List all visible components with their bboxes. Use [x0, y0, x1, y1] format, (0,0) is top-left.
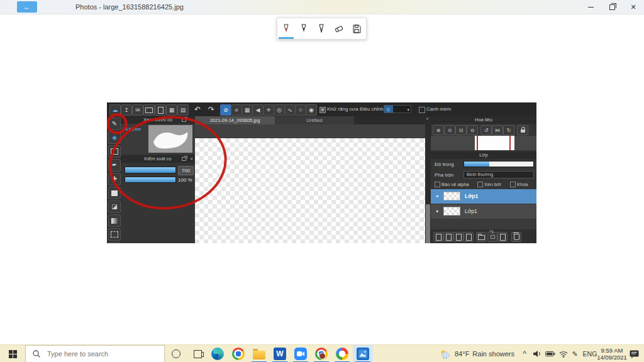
- panel-popout-icon: [182, 118, 186, 122]
- pencil-tool[interactable]: [295, 18, 313, 39]
- window-title: Photos - large_1631588216425.jpg: [75, 0, 184, 14]
- antialias-label: Khử răng cưa: [327, 102, 358, 116]
- date-label: 14/09/2021: [597, 354, 627, 361]
- taskbar-app-edge[interactable]: [208, 345, 228, 362]
- task-view-button[interactable]: [187, 345, 208, 362]
- search-icon: [32, 349, 41, 358]
- antialias-checkbox: ✕: [319, 107, 326, 113]
- snap-concentric-icon: ◎: [274, 104, 285, 116]
- close-button[interactable]: ✕: [623, 0, 644, 14]
- photos-app-icon: [357, 348, 369, 360]
- document-icon: [155, 104, 166, 116]
- layer-opacity-fill: [464, 162, 489, 167]
- battery-button[interactable]: [545, 345, 556, 362]
- snap-symmetry-icon: ◉: [306, 104, 317, 116]
- draw-toolbar: ∨: [277, 18, 367, 40]
- brush-size-slider: [125, 167, 176, 173]
- navigator-thumbnail: [475, 136, 514, 150]
- snap-parallel-icon: ≡: [231, 104, 242, 116]
- brush-control-header: Kiểm soát cọ ✕: [121, 155, 195, 163]
- taskbar-app-chrome[interactable]: [228, 345, 248, 362]
- colorful-ring-icon: [336, 348, 348, 360]
- pen-settings-button[interactable]: ✎: [570, 345, 580, 362]
- soft-edge-label: Cạnh mềm: [426, 102, 451, 116]
- scroll-up-icon: ▲: [426, 116, 429, 120]
- brush-stroke-preview: [148, 125, 192, 153]
- back-button[interactable]: ←: [17, 1, 37, 13]
- canvas-scrollbar: ▲: [425, 116, 431, 243]
- brush-size-readout: 14.61mm: [123, 127, 141, 131]
- taskbar-app-photos[interactable]: [353, 345, 373, 362]
- pen-icon: ✎: [572, 350, 577, 358]
- panel-close-icon: ✕: [190, 116, 193, 124]
- search-input[interactable]: [46, 349, 164, 358]
- comment-icon: ✉: [132, 104, 143, 116]
- eraser-icon: [333, 23, 345, 35]
- transparent-canvas: [195, 138, 425, 243]
- weather-icon: [439, 349, 452, 359]
- undo-icon: ↶: [192, 104, 203, 114]
- snap-radial-icon: ✳: [263, 104, 274, 116]
- selected-tool-underline: [279, 37, 294, 39]
- paint-tool-strip: ✎ ◈ ✒ ✚ ◪: [107, 116, 121, 243]
- paint-canvas-area: [195, 124, 425, 243]
- new-layer-icon: [433, 232, 443, 242]
- network-button[interactable]: [558, 345, 569, 362]
- clock-button[interactable]: 9:59 AM 14/09/2021: [597, 345, 626, 362]
- brush-size-value: 700: [178, 166, 194, 175]
- close-icon: ✕: [630, 3, 636, 11]
- eraser-tool[interactable]: [330, 18, 348, 39]
- tab-document-1: 2021-09-14_093605.jpg: [195, 116, 275, 124]
- brush-opacity-slider: [125, 177, 176, 183]
- weather-desc: Rain showers: [472, 350, 514, 358]
- action-center-button[interactable]: [628, 345, 640, 362]
- cortana-button[interactable]: [166, 345, 186, 362]
- minimize-button[interactable]: [580, 0, 601, 14]
- navigator-preview: [431, 136, 536, 150]
- blend-label: Pha trộn: [435, 172, 453, 178]
- tab-document-2: Untitled: [275, 116, 354, 124]
- add-layer-menu-icon: [464, 232, 474, 242]
- layer-visibility-icon: ●: [436, 194, 438, 198]
- zoom-in-icon: ⊕: [433, 125, 444, 135]
- chevron-up-icon: ^: [523, 349, 526, 358]
- taskbar-app-file-explorer[interactable]: [249, 345, 269, 362]
- speaker-icon: [533, 350, 541, 358]
- photo-image[interactable]: ☁ ↥ ✉ ▦ ▤ ↶ ↷ ⊘ ≡ ▦ ◀ ✳ ◎ ∿ ○ ◉ ✕ Khử ră…: [107, 102, 536, 243]
- paint-top-toolbar: ☁ ↥ ✉ ▦ ▤ ↶ ↷ ⊘ ≡ ▦ ◀ ✳ ◎ ∿ ○ ◉ ✕ Khử ră…: [107, 102, 536, 117]
- new-folder-icon: [476, 232, 486, 242]
- volume-button[interactable]: [532, 345, 542, 362]
- layer-name: Lớp1: [465, 208, 477, 214]
- weather-temp: 84°F: [455, 350, 469, 358]
- move-tool-icon: ✚: [108, 173, 121, 185]
- taskbar-app-zoom[interactable]: [291, 345, 311, 362]
- layer-bottom-toolbar: [431, 229, 536, 243]
- alpha-lock-checkbox: [435, 182, 440, 187]
- opacity-label: Độ trong: [435, 162, 454, 167]
- layer-visibility-icon: ●: [436, 209, 438, 213]
- new-1bit-layer-icon: [453, 232, 464, 242]
- restore-button[interactable]: [601, 0, 623, 14]
- new-8bit-layer-icon: [443, 232, 453, 242]
- layer-panel-header: Lớp: [431, 151, 536, 159]
- search-box[interactable]: [25, 345, 165, 362]
- panel-close-icon: ✕: [190, 155, 193, 163]
- taskbar-app-word[interactable]: W: [270, 345, 290, 362]
- calligraphy-pen-tool[interactable]: [313, 18, 330, 39]
- taskbar-app-chrome-profile[interactable]: [311, 345, 331, 362]
- snap-off-icon: ⊘: [220, 104, 231, 116]
- layer-thumbnail: [443, 207, 460, 216]
- save-icon: [351, 23, 362, 35]
- taskbar-app-browser-ring[interactable]: [332, 345, 352, 362]
- blend-mode-dropdown: Bình thường: [464, 171, 534, 178]
- language-button[interactable]: ENG: [581, 345, 599, 362]
- tray-overflow-button[interactable]: ^: [519, 345, 530, 362]
- windows-logo-icon: [9, 350, 17, 358]
- merge-layer-icon: [497, 232, 508, 242]
- ballpoint-pen-tool[interactable]: ∨: [277, 18, 295, 39]
- start-button[interactable]: [0, 345, 25, 362]
- paint-document-tabs: 2021-09-14_093605.jpg Untitled: [195, 116, 426, 124]
- task-view-icon: [194, 350, 202, 358]
- weather-widget[interactable]: 84°F Rain showers: [439, 345, 514, 362]
- save-copy-tool[interactable]: [348, 18, 365, 39]
